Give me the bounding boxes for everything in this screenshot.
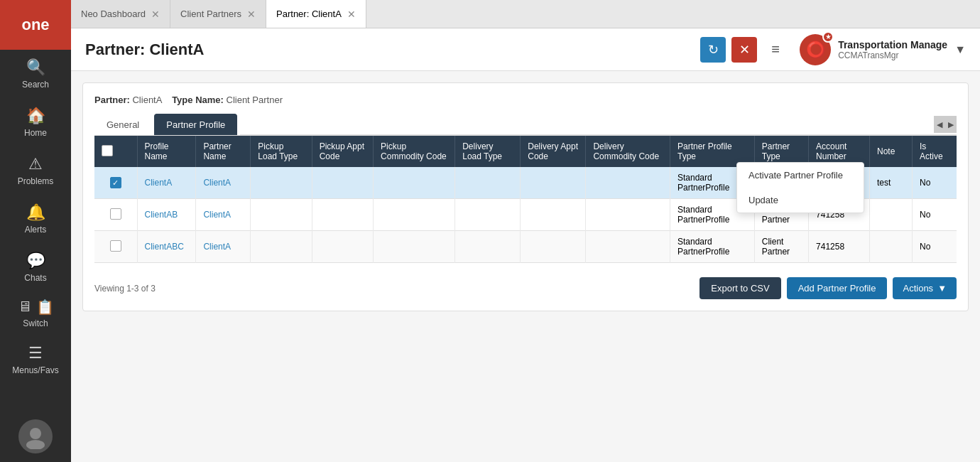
row-2-pickup-load-type [251,199,312,231]
user-role: CCMATransMgr [838,50,947,60]
row-1-delivery-load-type [455,167,521,199]
switch-icons: 🖥 📋 [18,299,54,316]
sidebar-item-search[interactable]: 🔍 Search [0,50,71,98]
actions-dropdown-icon: ▼ [937,283,947,294]
row-2-note [869,199,912,231]
row-3-checkbox-cell [94,231,137,263]
tab-spacer: ◀ ▶ [240,114,957,135]
col-header-delivery-commodity-code: Delivery Commodity Code [586,136,670,167]
sidebar-item-alerts[interactable]: 🔔 Alerts [0,195,71,243]
col-header-pickup-appt-code: Pickup Appt Code [312,136,373,167]
dropdown-item-activate[interactable]: Activate Partner Profile [737,163,864,188]
nav-left-button[interactable]: ◀ [934,116,945,133]
menu-button[interactable]: ≡ [763,37,788,63]
row-1-pickup-commodity-code [374,167,455,199]
row-2-profile-name-link[interactable]: ClientAB [145,210,178,220]
row-3-partner-name-link[interactable]: ClientA [203,242,231,252]
refresh-button[interactable]: ↻ [700,37,726,63]
close-button[interactable]: ✕ [731,37,757,63]
row-3-checkbox[interactable] [110,240,121,252]
row-3-profile-name-link[interactable]: ClientABC [145,242,184,252]
sidebar-label-switch: Switch [23,318,48,328]
col-header-pickup-commodity-code: Pickup Commodity Code [374,136,455,167]
tab-neo-dashboard[interactable]: Neo Dashboard ✕ [71,0,170,28]
user-avatar: ⭕ ★ [800,34,831,65]
alerts-icon: 🔔 [26,203,45,222]
row-3-pickup-load-type [251,231,312,263]
row-2-delivery-load-type [455,199,521,231]
user-dropdown-button[interactable]: ▼ [954,43,966,56]
row-1-is-active: No [912,167,957,199]
row-1-checkbox[interactable]: ✓ [110,177,121,188]
row-3-delivery-load-type [455,231,521,263]
row-3-pickup-appt-code [312,231,373,263]
tab-partner-clienta-close[interactable]: ✕ [347,9,356,19]
user-name: Transportation Manage [838,39,947,50]
tab-client-partners-label: Client Partners [180,9,241,19]
actions-dropdown-menu: Activate Partner Profile Update [736,162,864,213]
col-header-checkbox [94,136,137,167]
row-2-checkbox[interactable] [110,208,121,220]
clipboard-icon: 📋 [36,299,54,316]
footer-bar: Viewing 1-3 of 3 Export to CSV Add Partn… [94,269,957,299]
sidebar-user-avatar[interactable] [18,419,53,453]
row-3-profile-name: ClientABC [137,231,196,263]
row-1-partner-name: ClientA [196,167,251,199]
tab-client-partners-close[interactable]: ✕ [247,9,256,19]
sidebar-label-alerts: Alerts [25,225,47,235]
row-3-note [869,231,912,263]
chats-icon: 💬 [26,252,45,270]
row-3-partner-type: Client Partner [754,231,808,263]
footer-buttons: Export to CSV Add Partner Profile Action… [699,277,957,299]
partner-info-label: Partner: [94,95,130,105]
row-1-profile-name-link[interactable]: ClientA [145,178,173,188]
type-info-value: Client Partner [227,95,283,105]
row-2-is-active: No [912,199,957,231]
tab-partner-clienta-label: Partner: ClientA [276,9,342,19]
col-header-profile-name: Profile Name [137,136,196,167]
main-area: Neo Dashboard ✕ Client Partners ✕ Partne… [71,0,980,462]
dropdown-item-update[interactable]: Update [737,188,864,213]
select-all-checkbox[interactable] [102,145,113,156]
tab-neo-dashboard-close[interactable]: ✕ [151,9,160,19]
nav-right-button[interactable]: ▶ [945,116,957,133]
page-title: Partner: ClientA [85,41,700,59]
tab-neo-dashboard-label: Neo Dashboard [81,9,146,19]
sidebar-item-problems[interactable]: ⚠ Problems [0,146,71,195]
export-csv-button[interactable]: Export to CSV [699,277,780,299]
tab-general[interactable]: General [94,114,151,135]
tab-client-partners[interactable]: Client Partners ✕ [170,0,266,28]
sidebar-label-home: Home [24,128,47,138]
actions-button[interactable]: Actions ▼ [893,277,957,299]
row-3-partner-name: ClientA [196,231,251,263]
viewing-label: Viewing 1-3 of 3 [94,284,156,294]
sidebar-item-switch[interactable]: 🖥 📋 Switch [0,291,71,335]
partner-panel: Partner: ClientA Type Name: Client Partn… [82,82,969,311]
header-user: ⭕ ★ Transportation Manage CCMATransMgr ▼ [800,34,966,65]
row-2-partner-name-link[interactable]: ClientA [203,210,231,220]
row-1-partner-name-link[interactable]: ClientA [203,178,231,188]
svg-point-0 [30,428,41,439]
row-1-profile-name: ClientA [137,167,196,199]
tab-bar: Neo Dashboard ✕ Client Partners ✕ Partne… [71,0,980,28]
row-3-is-active: No [912,231,957,263]
tab-partner-clienta[interactable]: Partner: ClientA ✕ [266,0,366,28]
app-logo[interactable]: one [0,0,71,50]
col-header-pickup-load-type: Pickup Load Type [251,136,312,167]
col-header-note: Note [869,136,912,167]
nav-arrows: ◀ ▶ [934,116,957,133]
sidebar-item-home[interactable]: 🏠 Home [0,98,71,146]
tab-partner-profile-label: Partner Profile [166,119,225,130]
add-partner-profile-button[interactable]: Add Partner Profile [787,277,888,299]
monitor-icon: 🖥 [18,299,32,316]
panel-tabs: General Partner Profile ◀ ▶ [94,114,957,136]
sidebar-label-menus: Menus/Favs [12,365,58,375]
sidebar: one 🔍 Search 🏠 Home ⚠ Problems 🔔 Alerts … [0,0,71,462]
sidebar-item-chats[interactable]: 💬 Chats [0,243,71,291]
col-header-delivery-appt-code: Delivery Appt Code [521,136,586,167]
tab-partner-profile[interactable]: Partner Profile [154,114,237,135]
sidebar-item-menus[interactable]: ☰ Menus/Favs [0,335,71,384]
row-1-checkbox-cell: ✓ [94,167,137,199]
row-2-partner-name: ClientA [196,199,251,231]
table-container: Profile Name Partner Name Pickup Load Ty… [94,136,957,263]
